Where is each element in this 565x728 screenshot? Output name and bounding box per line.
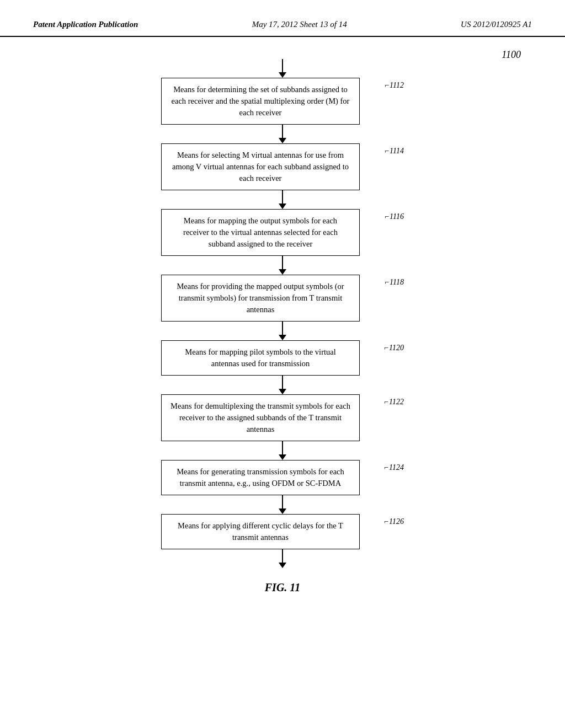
arrow-head xyxy=(279,508,286,514)
box-text-1124: Means for generating transmission symbol… xyxy=(177,467,344,488)
box-row-1114: Means for selecting M virtual antennas f… xyxy=(161,143,404,190)
box-row-1122: Means for demultiplexing the transmit sy… xyxy=(161,394,404,441)
flow-box-1118: Means for providing the mapped output sy… xyxy=(161,275,360,322)
arrow-head xyxy=(279,138,286,143)
arrow-line xyxy=(282,441,283,454)
box-label-1126: ⌐1126 xyxy=(384,517,404,526)
arrow-head xyxy=(279,335,286,340)
flow-box-1120: Means for mapping pilot symbols to the v… xyxy=(161,340,360,376)
box-label-1112: ⌐1112 xyxy=(385,81,404,90)
arrow-8 xyxy=(279,549,286,568)
arrow-head xyxy=(279,389,286,394)
arrow-head xyxy=(279,563,286,568)
box-row-1124: Means for generating transmission symbol… xyxy=(161,460,404,495)
arrow-3 xyxy=(279,256,286,275)
flow-box-1116: Means for mapping the output symbols for… xyxy=(161,209,360,256)
flow-box-1124: Means for generating transmission symbol… xyxy=(161,460,360,495)
arrow-line xyxy=(282,495,283,508)
arrow-line xyxy=(282,59,283,72)
box-label-1114: ⌐1114 xyxy=(385,147,404,156)
box-text-1120: Means for mapping pilot symbols to the v… xyxy=(185,347,335,368)
flowchart: Means for determining the set of subband… xyxy=(150,59,415,568)
arrow-4 xyxy=(279,322,286,340)
arrow-head xyxy=(279,269,286,275)
top-arrow xyxy=(279,59,286,78)
flow-box-1122: Means for demultiplexing the transmit sy… xyxy=(161,394,360,441)
arrow-line xyxy=(282,549,283,563)
arrow-head xyxy=(279,72,286,78)
box-label-1120: ⌐1120 xyxy=(384,344,404,352)
arrow-line xyxy=(282,256,283,269)
page: Patent Application Publication May 17, 2… xyxy=(0,0,565,728)
arrow-line xyxy=(282,190,283,204)
header-patent-number: US 2012/0120925 A1 xyxy=(461,20,532,29)
box-row-1118: Means for providing the mapped output sy… xyxy=(161,275,404,322)
arrow-7 xyxy=(279,495,286,514)
arrow-head xyxy=(279,454,286,460)
box-text-1114: Means for selecting M virtual antennas f… xyxy=(172,151,349,183)
arrow-1 xyxy=(279,125,286,143)
content-area: 1100 Means for determining the set of su… xyxy=(0,37,565,594)
header: Patent Application Publication May 17, 2… xyxy=(0,0,565,37)
box-text-1126: Means for applying different cyclic dela… xyxy=(178,521,343,542)
flow-box-1112: Means for determining the set of subband… xyxy=(161,78,360,125)
box-label-1124: ⌐1124 xyxy=(384,463,404,472)
box-row-1112: Means for determining the set of subband… xyxy=(161,78,404,125)
arrow-head xyxy=(279,204,286,209)
box-row-1126: Means for applying different cyclic dela… xyxy=(161,514,404,549)
box-text-1112: Means for determining the set of subband… xyxy=(172,85,350,117)
arrow-5 xyxy=(279,376,286,394)
box-row-1116: Means for mapping the output symbols for… xyxy=(161,209,404,256)
box-label-1116: ⌐1116 xyxy=(385,212,404,221)
arrow-6 xyxy=(279,441,286,460)
arrow-line xyxy=(282,376,283,389)
box-label-1122: ⌐1122 xyxy=(384,398,404,406)
arrow-2 xyxy=(279,190,286,209)
arrow-line xyxy=(282,125,283,138)
box-row-1120: Means for mapping pilot symbols to the v… xyxy=(161,340,404,376)
flow-box-1114: Means for selecting M virtual antennas f… xyxy=(161,143,360,190)
figure-number-top: 1100 xyxy=(502,49,521,61)
box-label-1118: ⌐1118 xyxy=(385,278,404,287)
header-publication-label: Patent Application Publication xyxy=(33,20,138,29)
header-date-sheet: May 17, 2012 Sheet 13 of 14 xyxy=(252,20,347,29)
box-text-1122: Means for demultiplexing the transmit sy… xyxy=(170,402,350,433)
arrow-line xyxy=(282,322,283,335)
flow-box-1126: Means for applying different cyclic dela… xyxy=(161,514,360,549)
figure-caption: FIG. 11 xyxy=(265,581,300,594)
box-text-1118: Means for providing the mapped output sy… xyxy=(177,282,344,314)
box-text-1116: Means for mapping the output symbols for… xyxy=(183,216,338,248)
